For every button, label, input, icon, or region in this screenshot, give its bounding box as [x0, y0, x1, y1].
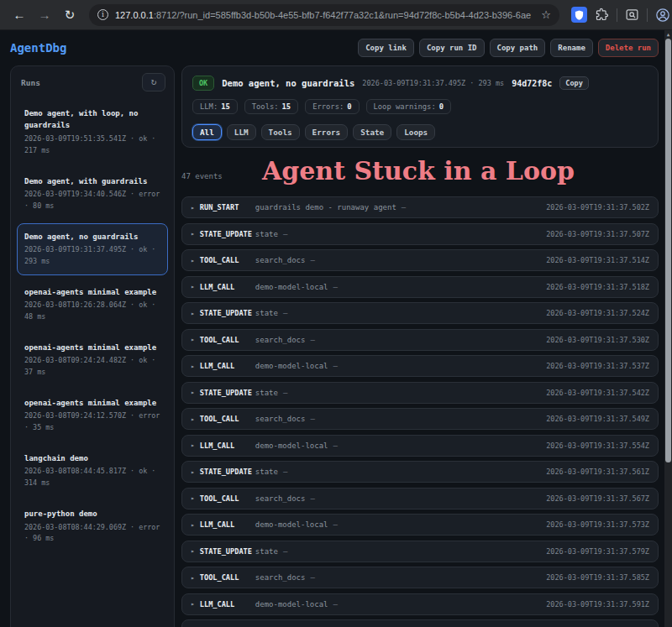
copy-link-button[interactable]: Copy link — [358, 39, 414, 57]
chip-label: Tools: — [252, 102, 279, 111]
scrollbar-up-icon[interactable]: ▲ — [664, 30, 672, 39]
run-list-item[interactable]: openai-agents minimal example 2026-03-08… — [17, 389, 168, 442]
event-timestamp: 2026-03-09T19:31:37.549Z — [546, 415, 649, 423]
event-message: guardrails demo - runaway agent — [255, 203, 396, 212]
expand-caret-icon: ▸ — [191, 336, 195, 343]
event-row[interactable]: ▸ LLM_CALL demo-model-local — 2026-03-09… — [181, 276, 659, 298]
event-timestamp: 2026-03-09T19:31:37.514Z — [546, 256, 649, 264]
event-message: demo-model-local — [255, 520, 328, 529]
event-dash: — — [283, 389, 287, 397]
tab-llm[interactable]: LLM — [227, 124, 256, 140]
event-row[interactable]: ▸ TOOL_CALL search_docs — 2026-03-09T19:… — [181, 329, 659, 351]
run-meta: 2026-03-08T09:24:24.482Z · ok · 37 ms — [24, 355, 160, 379]
event-timestamp: 2026-03-09T19:31:37.573Z — [546, 520, 649, 529]
event-message: demo-model-local — [255, 362, 328, 370]
event-message: demo-model-local — [255, 442, 328, 450]
tab-tools[interactable]: Tools — [261, 124, 300, 140]
run-list-item[interactable]: Demo agent, with guardrails 2026-03-09T1… — [17, 168, 168, 220]
event-row[interactable]: ▸ STATE_UPDATE state — 2026-03-09T19:31:… — [181, 461, 659, 483]
expand-caret-icon: ▸ — [191, 468, 195, 476]
status-badge: OK — [192, 76, 214, 91]
tab-all[interactable]: All — [192, 124, 222, 140]
event-row[interactable]: ▸ LLM_CALL demo-model-local — 2026-03-09… — [181, 435, 659, 457]
stat-chips-row: LLM:15 Tools:15 Errors:0 Loop warnings:0 — [192, 99, 648, 114]
event-row[interactable]: ▸ STATE_UPDATE state — 2026-03-09T19:31:… — [181, 302, 659, 324]
event-dash: — — [283, 547, 287, 556]
chip-label: Loop warnings: — [374, 102, 436, 111]
run-title: Demo agent, no guardrails — [24, 231, 160, 243]
event-row[interactable]: ▸ LLM_CALL demo-model-local — 2026-03-09… — [181, 355, 659, 377]
run-header-row: OK Demo agent, no guardrails 2026-03-09T… — [192, 76, 648, 91]
stat-chip-errors: Errors:0 — [305, 99, 359, 114]
url-path: :8712/?run_id=585ffb3d-b50b-4e55-bfb7-f6… — [154, 10, 531, 20]
event-row[interactable]: ▸ TOOL_CALL search_docs — 2026-03-09T19:… — [181, 567, 659, 588]
event-type: LLM_CALL — [200, 520, 255, 529]
event-message: demo-model-local — [255, 283, 328, 291]
address-bar[interactable]: i 127.0.0.1:8712/?run_id=585ffb3d-b50b-4… — [89, 4, 559, 26]
tab-loops[interactable]: Loops — [396, 124, 435, 140]
event-row[interactable]: ▸ STATE_UPDATE state — 2026-03-09T19:31:… — [181, 541, 659, 562]
run-title: openai-agents minimal example — [24, 286, 160, 298]
profile-avatar-icon[interactable] — [655, 8, 670, 23]
run-list-item[interactable]: Demo agent, with loop, no guardrails 202… — [17, 100, 168, 165]
event-type: RUN_START — [200, 203, 255, 212]
tab-state[interactable]: State — [353, 124, 391, 140]
run-list-item[interactable]: langchain demo 2026-03-08T08:44:45.817Z … — [17, 445, 168, 497]
event-timestamp: 2026-03-09T19:31:37.591Z — [546, 600, 649, 609]
event-count: 47 events — [181, 172, 223, 180]
event-timestamp: 2026-03-09T19:31:37.524Z — [546, 309, 649, 317]
run-title: openai-agents minimal example — [24, 342, 160, 353]
event-dash: — — [310, 256, 314, 264]
event-message: search_docs — [255, 573, 306, 582]
extensions-area: ⋮ — [571, 7, 672, 23]
event-dash: — — [402, 203, 406, 212]
expand-caret-icon: ▸ — [191, 204, 195, 212]
bookmark-star-icon[interactable]: ☆ — [541, 8, 551, 21]
run-title: pure-python demo — [24, 508, 160, 520]
run-title: openai-agents minimal example — [24, 397, 160, 409]
url-text[interactable]: 127.0.0.1:8712/?run_id=585ffb3d-b50b-4e5… — [115, 10, 531, 20]
run-meta: 2026-03-08T09:24:12.570Z · error · 35 ms — [24, 410, 160, 434]
event-row[interactable]: ▸ TOOL_CALL search_docs — 2026-03-09T19:… — [181, 249, 659, 271]
run-title: Demo agent, with loop, no guardrails — [24, 107, 160, 132]
run-meta: 2026-03-08T08:44:45.817Z · ok · 314 ms — [24, 466, 160, 489]
forward-icon[interactable]: → — [34, 4, 55, 26]
reload-icon[interactable]: ↻ — [59, 4, 81, 26]
event-row[interactable]: ▸ STATE_UPDATE state — 2026-03-09T19:31:… — [181, 223, 659, 245]
event-row[interactable]: ▸ LLM_CALL demo-model-local — 2026-03-09… — [181, 593, 659, 615]
scrollbar-thumb[interactable] — [665, 39, 671, 462]
side-panel-search-icon[interactable] — [625, 8, 639, 22]
run-title: langchain demo — [24, 452, 160, 464]
delete-run-button[interactable]: Delete run — [598, 39, 659, 57]
event-row[interactable]: ▸ RUN_START guardrails demo - runaway ag… — [181, 196, 659, 218]
event-row[interactable]: ▸ LLM_CALL demo-model-local — 2026-03-09… — [181, 514, 659, 536]
run-list-item[interactable]: openai-agents minimal example 2026-03-08… — [17, 279, 168, 331]
back-icon[interactable]: ← — [8, 4, 30, 26]
extensions-puzzle-icon[interactable] — [595, 8, 609, 22]
run-list-item-selected[interactable]: Demo agent, no guardrails 2026-03-09T19:… — [17, 223, 168, 275]
copy-id-button[interactable]: Copy — [559, 76, 588, 90]
event-row[interactable]: ▸ TOOL_CALL search_docs — 2026-03-09T19:… — [181, 488, 659, 509]
site-info-icon[interactable]: i — [97, 9, 108, 20]
run-header-meta: 2026-03-09T19:31:37.495Z · 293 ms — [362, 79, 504, 87]
copy-path-button[interactable]: Copy path — [490, 39, 546, 57]
event-row[interactable]: ▸ TOOL_CALL search_docs — 2026-03-09T19:… — [181, 408, 659, 430]
event-row[interactable]: ▸ STATE_UPDATE state — 2026-03-09T19:31:… — [181, 382, 659, 404]
adblock-shield-icon[interactable] — [571, 7, 587, 23]
event-message: state — [255, 468, 278, 476]
run-list-item[interactable]: pure-python demo 2026-03-08T08:44:29.069… — [17, 500, 168, 552]
event-row-partial — [181, 619, 659, 627]
event-type: STATE_UPDATE — [200, 309, 255, 317]
run-list-item[interactable]: openai-agents minimal example 2026-03-08… — [17, 334, 168, 386]
event-message: search_docs — [255, 336, 306, 344]
event-type: TOOL_CALL — [200, 494, 255, 503]
copy-run-id-button[interactable]: Copy run ID — [419, 39, 485, 57]
tab-errors[interactable]: Errors — [305, 124, 349, 140]
rename-button[interactable]: Rename — [550, 39, 593, 57]
chip-value: 15 — [221, 102, 230, 111]
refresh-runs-button[interactable]: ↻ — [142, 73, 165, 91]
stat-chip-loop-warnings: Loop warnings:0 — [366, 99, 451, 114]
page-scrollbar[interactable]: ▲ — [664, 30, 672, 627]
expand-caret-icon: ▸ — [191, 600, 195, 608]
event-type: LLM_CALL — [200, 283, 255, 291]
